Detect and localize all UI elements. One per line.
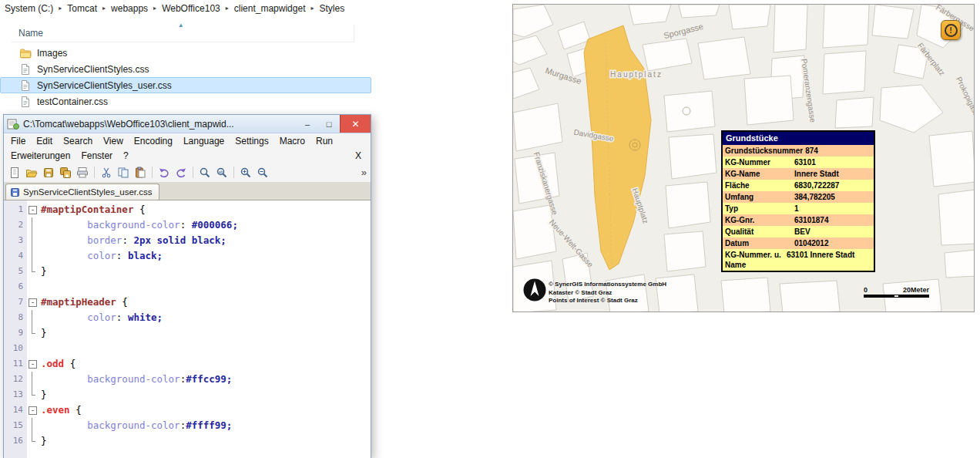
tab-bar: SynServiceClientStyles_user.css <box>4 183 371 200</box>
code-text[interactable]: .odd { <box>38 356 76 372</box>
code-line: 6 <box>4 279 371 295</box>
breadcrumb-item[interactable]: webapps <box>111 3 148 14</box>
menu-item[interactable]: View <box>98 134 129 148</box>
line-number: 15 <box>4 418 27 433</box>
menu-item[interactable]: Search <box>58 134 98 148</box>
folder-icon <box>19 47 32 59</box>
breadcrumb-arrow-icon: ▸ <box>102 5 106 12</box>
maptip-field-value: Innere Stadt <box>794 169 871 179</box>
cut-icon[interactable] <box>99 165 114 180</box>
fold-toggle-icon[interactable] <box>27 202 38 217</box>
menu-bar: FileEditSearchViewEncodingLanguageSettin… <box>4 133 371 148</box>
code-text[interactable]: } <box>38 387 47 402</box>
fold-margin <box>27 310 38 325</box>
maptip-field-label: Qualität <box>725 227 794 237</box>
file-row[interactable]: testContainer.css <box>0 93 371 109</box>
breadcrumb-item[interactable]: Tomcat <box>67 3 97 14</box>
code-text[interactable]: background-color:#ffff99; <box>38 418 232 433</box>
fold-toggle-icon[interactable] <box>27 356 38 372</box>
breadcrumb-arrow-icon: ▸ <box>226 5 229 12</box>
menu-item[interactable]: Settings <box>230 134 274 148</box>
line-number: 3 <box>4 233 27 248</box>
menu-item[interactable]: File <box>5 134 31 148</box>
window-title-bar[interactable]: C:\Tomcat\webapps\WebOffice103\client_ma… <box>4 115 371 133</box>
code-text[interactable]: .even { <box>38 402 82 418</box>
menu-item[interactable]: Encoding <box>129 134 178 148</box>
breadcrumb-item[interactable]: Styles <box>319 3 344 14</box>
tab-synserviceclientstyles-user[interactable]: SynServiceClientStyles_user.css <box>5 184 159 200</box>
menu-item[interactable]: Fenster <box>76 149 118 163</box>
minimize-button[interactable]: – <box>297 115 318 133</box>
code-text[interactable]: background-color: #000066; <box>38 217 238 233</box>
code-text[interactable]: background-color:#ffcc99; <box>38 372 232 387</box>
toolbar-overflow-chevron[interactable]: » <box>361 167 367 178</box>
breadcrumb-item[interactable]: WebOffice103 <box>162 3 220 14</box>
maptip-popup: Grundstücke Grundstücksnummer874KG-Numme… <box>721 130 875 272</box>
code-text[interactable] <box>38 341 41 356</box>
maptip-row: Grundstücksnummer874 <box>723 145 874 157</box>
copy-icon[interactable] <box>116 165 131 180</box>
maximize-button[interactable]: □ <box>318 115 340 133</box>
menu-bar-2-items: ErweiterungenFenster? <box>5 149 134 163</box>
menu-item[interactable]: Edit <box>31 134 58 148</box>
fold-toggle-icon[interactable] <box>27 402 38 418</box>
close-button[interactable]: ✕ <box>340 115 371 133</box>
code-text[interactable]: border: 2px solid black; <box>38 233 227 248</box>
notepadpp-app-icon <box>7 118 19 130</box>
column-header-name[interactable]: Name ▴ <box>11 25 354 42</box>
scale-end-label: 20Meter <box>903 286 929 294</box>
file-name: SynServiceClientStyles_user.css <box>37 80 172 91</box>
code-text[interactable]: color: black; <box>38 248 163 264</box>
highlighted-parcel[interactable] <box>584 25 651 270</box>
code-text[interactable]: #maptipHeader { <box>38 295 128 310</box>
redo-icon[interactable] <box>173 165 189 180</box>
open-folder-icon[interactable] <box>24 165 39 180</box>
fold-margin <box>27 233 38 248</box>
breadcrumb-item[interactable]: client_mapwidget <box>234 3 306 14</box>
zoom-out-icon[interactable] <box>255 165 270 180</box>
find-icon[interactable] <box>197 165 213 180</box>
line-number: 1 <box>4 202 27 217</box>
breadcrumb-arrow-icon: ▸ <box>310 5 314 12</box>
file-row[interactable]: SynServiceClientStyles.css <box>0 61 371 77</box>
code-text[interactable]: } <box>38 325 47 341</box>
code-text[interactable]: color: white; <box>38 310 163 325</box>
fold-toggle-icon[interactable] <box>27 295 38 310</box>
code-text[interactable]: #maptipContainer { <box>38 202 145 217</box>
warning-button[interactable]: ! <box>941 20 961 40</box>
menu-item[interactable]: Erweiterungen <box>5 149 76 163</box>
line-number: 16 <box>4 433 27 449</box>
print-icon[interactable] <box>75 165 90 180</box>
line-number: 9 <box>4 325 27 341</box>
code-line: 1#maptipContainer { <box>4 202 371 217</box>
code-line: 16} <box>4 433 371 449</box>
file-row[interactable]: Images <box>0 45 371 61</box>
code-text[interactable]: } <box>38 433 47 449</box>
zoom-in-icon[interactable] <box>238 165 253 180</box>
file-row[interactable]: SynServiceClientStyles_user.css <box>0 77 371 93</box>
file-name: testContainer.css <box>37 96 108 107</box>
line-number: 6 <box>4 279 27 295</box>
maptip-field-value: 874 <box>805 146 871 156</box>
menu-close-button[interactable]: X <box>347 150 369 161</box>
maptip-row: Typ1 <box>723 203 874 214</box>
find-replace-icon[interactable]: ab <box>214 165 230 180</box>
breadcrumb-item[interactable]: System (C:) <box>5 3 53 14</box>
new-file-icon[interactable] <box>7 165 22 180</box>
menu-item[interactable]: Language <box>178 134 230 148</box>
menu-item[interactable]: ? <box>118 149 134 163</box>
fold-margin <box>27 372 38 387</box>
attribution-line: © SynerGIS Informationssysteme GmbH <box>549 281 666 289</box>
maptip-field-label: Typ <box>725 204 794 214</box>
undo-icon[interactable] <box>156 165 172 180</box>
line-number: 2 <box>4 217 27 233</box>
paste-icon[interactable] <box>133 165 148 180</box>
save-all-icon[interactable] <box>58 165 73 180</box>
menu-item[interactable]: Macro <box>274 134 310 148</box>
code-text[interactable] <box>38 279 41 295</box>
code-area[interactable]: 1#maptipContainer {2 background-color: #… <box>4 200 371 458</box>
map-widget[interactable]: MurgasseSporgasseHauptplatzDavidgasseFra… <box>512 4 975 312</box>
code-text[interactable]: } <box>38 264 47 279</box>
save-icon[interactable] <box>41 165 56 180</box>
menu-item[interactable]: Run <box>310 134 338 148</box>
